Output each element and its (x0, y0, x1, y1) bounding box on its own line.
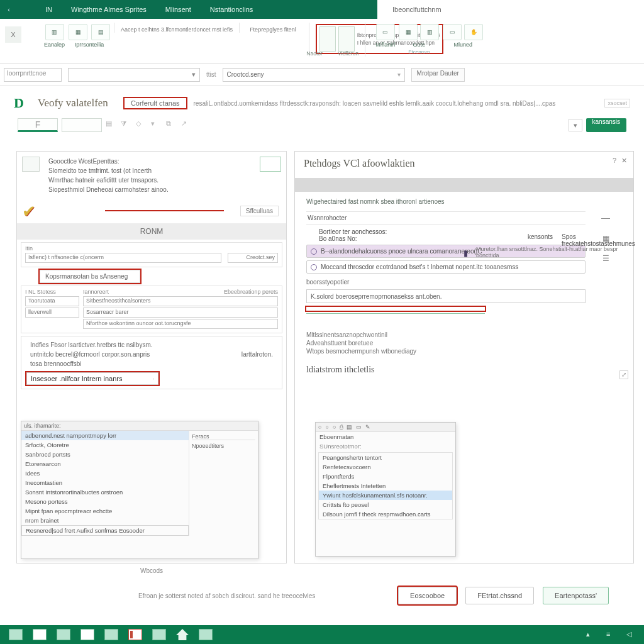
sp-lab5[interactable]: lleverwell (25, 308, 79, 318)
home-icon[interactable] (176, 629, 189, 640)
mini-rect-icon[interactable]: ▭ (356, 424, 362, 430)
toolbar-dropdown[interactable]: ▾ (569, 119, 582, 131)
doc-icon[interactable]: ▭ (376, 24, 395, 40)
rp-long-field[interactable]: K.solord boeroseprremoprnonasekss ant.ob… (306, 289, 586, 303)
rp-option-2[interactable]: Moccand throscdor ecotrdanod bset's t In… (306, 260, 586, 274)
toolbar-go-button[interactable]: kansansis (586, 118, 626, 132)
tab-nst[interactable]: Nstantionclins (210, 6, 253, 13)
mini-item-selected[interactable]: Ywiunt hosfclskunamentanl.sfs notoanr. (319, 491, 452, 500)
rp-col3: Spos freckatehstostastehmunes (562, 233, 635, 247)
task-app-2-icon[interactable] (33, 629, 47, 640)
hand-icon[interactable]: ✋ (464, 24, 483, 40)
chevron-down-icon[interactable]: ▾ (151, 119, 162, 131)
fx-indicator[interactable]: ▾ (68, 68, 200, 82)
mini-dot-icon[interactable]: ○ (325, 424, 328, 430)
rp-subheader: ldiatstrom ithcletlis (306, 365, 633, 375)
list-icon[interactable]: ▤ (106, 119, 117, 131)
filter-icon[interactable]: ⧩ (121, 119, 132, 131)
mini-item[interactable]: Renfetecsvocoern (319, 462, 452, 472)
mini-item[interactable]: Eheflertmests Intetetten (319, 481, 452, 491)
back-icon[interactable]: ‹ (0, 1, 18, 18)
rp-bar-icon: ▮ (464, 248, 468, 258)
grid-icon[interactable]: ▦ (69, 24, 87, 40)
tab-in[interactable]: IN (45, 6, 52, 13)
radio-icon[interactable] (311, 248, 317, 255)
sp-f2[interactable]: Sosarreacr barer (83, 308, 278, 318)
tab-wing[interactable]: Wingthme Almes Sprites (71, 6, 147, 13)
mini-subpanel: Itin Isflenc) t nffsonectie c(oncerm Cre… (21, 242, 282, 267)
template-thumb-1-icon[interactable] (319, 26, 336, 52)
list-item[interactable]: Sanbrocd portsts (21, 450, 189, 459)
formula-input[interactable]: Crootcd.seny (223, 68, 405, 82)
red-tagbox[interactable]: Kopsrmansotan ba sAnseneg (40, 270, 140, 283)
list-item[interactable]: Mesono portess (21, 497, 189, 506)
task-app-6-icon[interactable] (128, 629, 142, 640)
mini-edit-icon[interactable]: ✎ (365, 424, 370, 430)
desc-more[interactable]: xsocset (604, 99, 630, 108)
list-item[interactable]: nrom brainet (21, 516, 189, 525)
mini-print-icon[interactable]: ⎙ (340, 424, 343, 430)
tray-net-icon[interactable]: ≡ (606, 630, 615, 639)
pill-tag[interactable]: Sffculluas (240, 206, 279, 216)
mini-dot-icon[interactable]: ○ (333, 424, 336, 430)
table-icon[interactable]: ▦ (399, 24, 418, 40)
page-thumb-icon[interactable] (22, 157, 40, 172)
sp-f3[interactable]: Nforthce wokontinn ouncor oot.torucngsfe (83, 319, 278, 329)
close-ribbon-button[interactable]: X (5, 26, 21, 43)
mini-item[interactable]: Flpontfterds (319, 472, 452, 481)
list-item[interactable]: Mipnt fpan epocmptreacr echctte (21, 506, 189, 516)
book-icon[interactable]: ▭ (443, 24, 462, 40)
gp-3: tosa brennoocffsbi (26, 359, 277, 369)
table2-icon[interactable]: ▥ (420, 24, 439, 40)
list-item[interactable]: Resnered|sod frert Aufixd sonfmas Eosood… (21, 525, 189, 536)
list-item[interactable]: Idees (21, 469, 189, 478)
mini-item[interactable]: Peangonshertn tentort (319, 453, 452, 462)
grid2-icon[interactable]: ▤ (91, 24, 110, 40)
list-item[interactable]: Sonsnt Intstonrortinalbuctes orstroen (21, 487, 189, 497)
task-app-7-icon[interactable] (152, 629, 166, 640)
sp-lab4[interactable]: Toorutoata (25, 296, 79, 306)
rp-min-icon[interactable]: — (601, 213, 610, 223)
name-box[interactable]: Ioorrpnrttcnoe (4, 68, 62, 82)
popup-field[interactable]: adbenond.nest narnponttmopy lorr (21, 431, 189, 440)
formula-action-button[interactable]: Mrotpar Dauter (411, 68, 465, 82)
radio-icon[interactable] (311, 264, 317, 270)
highlighted-tag[interactable]: Corferult ctanas (123, 97, 187, 109)
ribbon-group-3: ▦ ▥ Gote Etcenrom (399, 24, 439, 55)
list-item[interactable]: Inecomtastien (21, 478, 189, 487)
task-app-3-icon[interactable] (57, 629, 70, 640)
right-button[interactable]: Eartenpotass' (543, 587, 609, 604)
mini-item[interactable]: Dilsoun jornfl f theck resprnwdhoen.cart… (319, 509, 452, 519)
paste-icon[interactable]: ▥ (45, 24, 64, 40)
mini-item[interactable]: Crittsts fto peosel (319, 500, 452, 509)
list-item[interactable]: Etorensarcon (21, 459, 189, 469)
task-app-5-icon[interactable] (104, 629, 118, 640)
tab-blank[interactable] (62, 118, 102, 132)
rp-expand-icon[interactable]: ⤢ (619, 370, 628, 379)
rp-help-icon[interactable]: ? (613, 157, 616, 165)
task-app-1-icon[interactable] (9, 629, 23, 640)
task-app-4-icon[interactable] (80, 629, 94, 640)
mini-dot-icon[interactable]: ○ (318, 424, 321, 430)
red-underline (105, 210, 224, 211)
list-item[interactable]: Srfoctk, Otoretre (21, 440, 189, 450)
rp-opt2-label: Moccand throscdor ecotrdanod bset's t In… (321, 264, 518, 270)
tray-vol-icon[interactable]: ◁ (626, 630, 635, 639)
sp-f1[interactable]: Sitbestfneostithcalsonters (83, 296, 278, 306)
tab-letter[interactable]: F (18, 118, 58, 132)
tray-up-icon[interactable]: ▴ (586, 630, 595, 639)
rp-close-icon[interactable]: ✕ (621, 157, 627, 165)
share-icon[interactable]: ↗ (181, 119, 192, 131)
tab-mln[interactable]: Mlinsent (165, 6, 191, 13)
rp-window-controls: ? ✕ (613, 157, 627, 165)
mini-grid-icon[interactable]: ▤ (347, 424, 352, 430)
task-app-8-icon[interactable] (199, 629, 213, 640)
tag-icon[interactable]: ◇ (136, 119, 147, 131)
left-caption: Wbcods (17, 567, 286, 574)
red-input[interactable]: Insesoer .nilfcar Intrern inanrs· (26, 372, 158, 385)
template-thumb-2-icon[interactable] (338, 26, 355, 52)
middle-button[interactable]: FEtrtat.chssnd (465, 587, 534, 604)
ok-button[interactable]: Eoscooboe (398, 587, 457, 604)
copy-icon[interactable]: ⧉ (166, 119, 177, 131)
gray-paragraph-box: Indfies Fbsor lsartictver.hretbrs ttc ns… (21, 336, 282, 389)
